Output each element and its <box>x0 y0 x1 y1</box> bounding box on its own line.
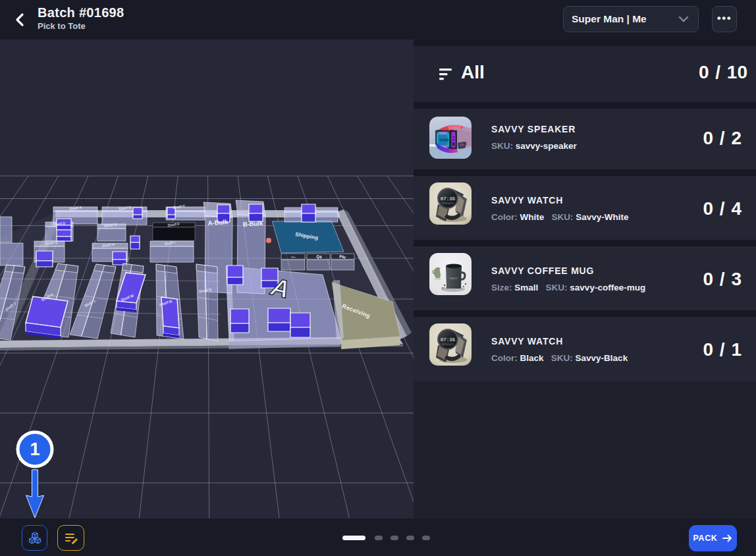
svg-text:1: 1 <box>30 439 40 459</box>
svg-text:MON 04.21: MON 04.21 <box>442 343 454 346</box>
svg-text:SAVVY: SAVVY <box>449 277 458 280</box>
svg-text:Q4: Q4 <box>316 254 323 259</box>
svg-text:MON 04.21: MON 04.21 <box>442 202 454 205</box>
svg-text:B-Bulk: B-Bulk <box>242 219 263 228</box>
svg-text:07:35: 07:35 <box>441 337 456 343</box>
svg-text:A-Bulk: A-Bulk <box>207 218 229 227</box>
svg-text:07:35: 07:35 <box>441 196 456 202</box>
